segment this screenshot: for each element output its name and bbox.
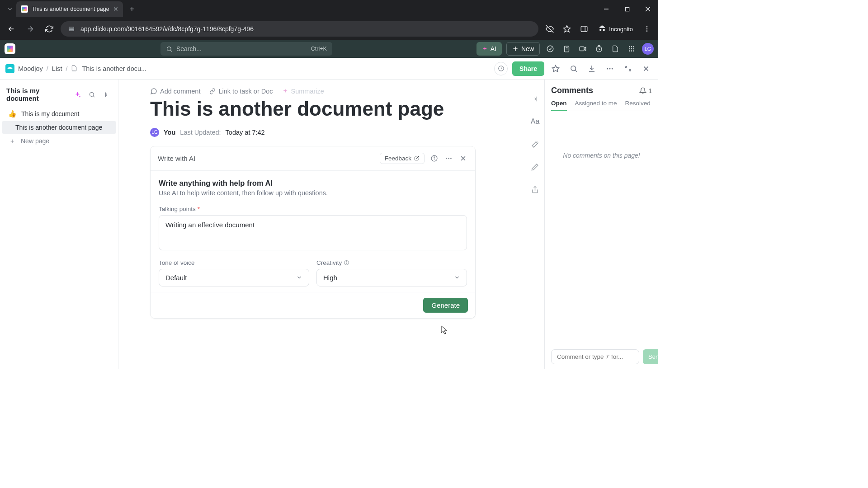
browser-tab[interactable]: This is another document page ✕ bbox=[16, 1, 123, 17]
window-controls bbox=[596, 0, 658, 18]
thumbs-up-icon: 👍 bbox=[8, 110, 17, 118]
svg-point-44 bbox=[434, 157, 434, 157]
author-avatar[interactable]: LG bbox=[150, 128, 159, 137]
ai-heading: Write anything with help from AI bbox=[159, 179, 467, 188]
share-button[interactable]: Share bbox=[512, 61, 544, 76]
tone-select[interactable]: Default bbox=[159, 269, 309, 286]
breadcrumb-list[interactable]: List bbox=[52, 65, 62, 72]
search-placeholder: Search... bbox=[176, 45, 202, 52]
back-button[interactable] bbox=[4, 21, 19, 37]
close-window-icon[interactable] bbox=[637, 0, 658, 18]
tab-search-icon[interactable] bbox=[4, 3, 16, 15]
eye-off-icon[interactable] bbox=[542, 21, 557, 37]
creativity-select[interactable]: High bbox=[316, 269, 467, 286]
svg-point-34 bbox=[607, 68, 608, 69]
avatar[interactable]: LG bbox=[642, 43, 654, 55]
send-comment-button[interactable]: Send bbox=[643, 349, 658, 364]
sidebar-item-doc-page[interactable]: This is another document page bbox=[2, 121, 116, 134]
workspace-icon[interactable] bbox=[5, 64, 14, 73]
close-doc-icon[interactable] bbox=[639, 62, 653, 75]
svg-point-28 bbox=[629, 50, 630, 52]
maximize-icon[interactable] bbox=[617, 0, 637, 18]
search-doc-icon[interactable] bbox=[567, 62, 580, 75]
svg-rect-7 bbox=[581, 26, 587, 32]
chevron-down-icon bbox=[454, 274, 460, 281]
check-circle-icon[interactable] bbox=[544, 43, 556, 55]
talking-points-input[interactable] bbox=[159, 215, 467, 250]
bookmark-star-icon[interactable] bbox=[559, 21, 575, 37]
edit-icon[interactable] bbox=[529, 161, 541, 173]
search-input[interactable]: Search... Ctrl+K bbox=[160, 42, 332, 56]
svg-point-10 bbox=[646, 28, 648, 30]
breadcrumb-doc[interactable]: This is another docu... bbox=[82, 65, 146, 72]
more-horizontal-icon[interactable] bbox=[443, 153, 453, 163]
updated-label: Last Updated: bbox=[180, 129, 221, 136]
generate-button[interactable]: Generate bbox=[423, 298, 468, 313]
minimize-icon[interactable] bbox=[596, 0, 617, 18]
info-icon[interactable] bbox=[344, 260, 349, 266]
wand-icon[interactable] bbox=[529, 138, 541, 150]
notepad-icon[interactable] bbox=[561, 43, 572, 55]
sidebar-new-page[interactable]: + New page bbox=[2, 134, 116, 148]
reload-button[interactable] bbox=[42, 21, 57, 37]
breadcrumb-workspace[interactable]: Moodjoy bbox=[18, 65, 43, 72]
collapse-icon[interactable] bbox=[621, 62, 635, 75]
more-icon[interactable] bbox=[603, 62, 617, 75]
external-link-icon bbox=[414, 155, 420, 161]
collapse-sidebar-icon[interactable] bbox=[101, 89, 112, 100]
incognito-badge[interactable]: Incognito bbox=[594, 21, 637, 37]
talking-points-label: Talking points* bbox=[159, 206, 467, 212]
notifications-button[interactable]: 1 bbox=[639, 87, 652, 94]
browser-menu-icon[interactable] bbox=[639, 21, 655, 37]
doc-icon[interactable] bbox=[609, 43, 621, 55]
share-icon[interactable] bbox=[529, 183, 541, 195]
svg-point-24 bbox=[633, 46, 634, 47]
svg-rect-1 bbox=[625, 7, 629, 11]
history-icon[interactable] bbox=[494, 62, 508, 75]
side-panel-icon[interactable] bbox=[576, 21, 592, 37]
new-button[interactable]: New bbox=[506, 42, 540, 56]
notification-count: 1 bbox=[648, 87, 652, 94]
sparkle-icon[interactable] bbox=[72, 89, 83, 100]
forward-button[interactable] bbox=[23, 21, 38, 37]
close-ai-panel-icon[interactable] bbox=[458, 153, 468, 163]
clock-icon[interactable] bbox=[593, 43, 605, 55]
tab-assigned[interactable]: Assigned to me bbox=[575, 100, 617, 111]
svg-marker-6 bbox=[564, 26, 571, 32]
apps-grid-icon[interactable] bbox=[626, 43, 637, 55]
download-icon[interactable] bbox=[585, 62, 599, 75]
url-input[interactable]: app.clickup.com/9016164592/v/dc/8cpfg7g-… bbox=[61, 21, 538, 37]
content: Add comment Link to task or Doc Summariz… bbox=[118, 80, 544, 369]
document-title[interactable]: This is another document page bbox=[150, 98, 513, 121]
sidebar: This is my document 👍 This is my documen… bbox=[0, 80, 118, 369]
search-sidebar-icon[interactable] bbox=[86, 89, 97, 100]
info-icon[interactable] bbox=[429, 153, 439, 163]
ai-write-panel: Write with AI Feedback Write anything wi… bbox=[150, 146, 476, 319]
ai-button[interactable]: AI bbox=[476, 42, 502, 56]
summarize-button[interactable]: Summarize bbox=[282, 88, 324, 95]
tab-open[interactable]: Open bbox=[551, 100, 567, 111]
ai-label: AI bbox=[491, 45, 496, 52]
sidebar-item-doc-root[interactable]: 👍 This is my document bbox=[2, 107, 116, 121]
browser-chrome: This is another document page ✕ + app.cl… bbox=[0, 0, 658, 40]
svg-point-36 bbox=[612, 68, 613, 69]
feedback-button[interactable]: Feedback bbox=[380, 153, 425, 164]
site-info-icon[interactable] bbox=[67, 24, 76, 33]
svg-marker-31 bbox=[552, 65, 559, 71]
close-tab-icon[interactable]: ✕ bbox=[113, 5, 118, 13]
video-icon[interactable] bbox=[577, 43, 589, 55]
star-icon[interactable] bbox=[549, 62, 562, 75]
mouse-cursor bbox=[440, 325, 448, 335]
expand-rail-icon[interactable] bbox=[529, 93, 541, 105]
new-tab-button[interactable]: + bbox=[126, 3, 138, 15]
svg-point-52 bbox=[346, 261, 347, 262]
sidebar-item-label: This is my document bbox=[21, 110, 79, 117]
tab-bar: This is another document page ✕ + bbox=[0, 0, 658, 18]
typography-icon[interactable]: Aa bbox=[529, 116, 541, 127]
svg-rect-20 bbox=[580, 47, 584, 51]
app-logo[interactable] bbox=[5, 43, 15, 54]
add-comment-button[interactable]: Add comment bbox=[150, 88, 200, 95]
link-task-button[interactable]: Link to task or Doc bbox=[209, 88, 273, 95]
comment-input[interactable] bbox=[551, 349, 639, 364]
tab-resolved[interactable]: Resolved bbox=[625, 100, 651, 111]
